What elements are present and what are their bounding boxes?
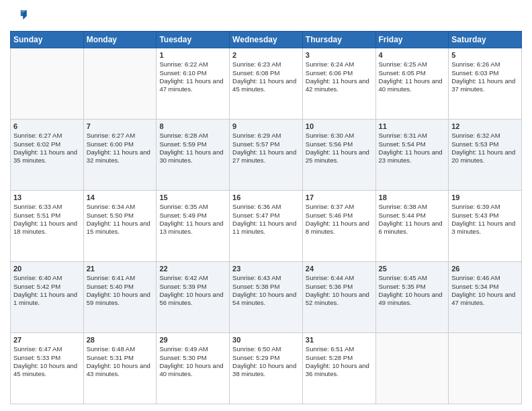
calendar-cell xyxy=(83,48,157,120)
day-info: Sunrise: 6:33 AM xyxy=(13,203,81,211)
calendar-cell: 11Sunrise: 6:31 AMSunset: 5:54 PMDayligh… xyxy=(375,120,449,191)
day-info: Sunset: 5:42 PM xyxy=(13,283,81,291)
day-header-saturday: Saturday xyxy=(449,32,522,48)
day-info: Sunset: 6:00 PM xyxy=(87,140,154,148)
calendar-cell: 3Sunrise: 6:24 AMSunset: 6:06 PMDaylight… xyxy=(302,48,375,120)
day-info: Daylight: 11 hours and 23 minutes. xyxy=(379,148,446,165)
day-info: Daylight: 11 hours and 15 minutes. xyxy=(87,220,154,236)
day-info: Sunrise: 6:27 AM xyxy=(13,132,81,140)
day-info: Sunrise: 6:45 AM xyxy=(379,274,446,282)
logo xyxy=(10,7,32,26)
calendar-cell: 21Sunrise: 6:41 AMSunset: 5:40 PMDayligh… xyxy=(83,262,157,333)
calendar-cell: 27Sunrise: 6:47 AMSunset: 5:33 PMDayligh… xyxy=(11,333,84,404)
day-info: Sunrise: 6:25 AM xyxy=(379,60,446,68)
day-header-monday: Monday xyxy=(83,32,157,48)
day-info: Daylight: 11 hours and 40 minutes. xyxy=(379,77,446,94)
day-info: Sunset: 6:10 PM xyxy=(159,69,226,77)
day-info: Sunrise: 6:39 AM xyxy=(451,203,519,211)
day-info: Daylight: 11 hours and 1 minute. xyxy=(13,291,81,308)
day-number: 7 xyxy=(87,122,154,131)
day-info: Sunset: 5:54 PM xyxy=(379,140,446,148)
calendar-cell: 16Sunrise: 6:36 AMSunset: 5:47 PMDayligh… xyxy=(230,191,303,262)
day-info: Sunrise: 6:29 AM xyxy=(232,132,300,140)
calendar-cell xyxy=(449,333,522,404)
calendar-cell: 20Sunrise: 6:40 AMSunset: 5:42 PMDayligh… xyxy=(11,262,84,333)
day-info: Daylight: 11 hours and 25 minutes. xyxy=(306,148,373,165)
day-info: Daylight: 11 hours and 32 minutes. xyxy=(87,148,154,165)
day-info: Sunrise: 6:35 AM xyxy=(159,203,226,211)
calendar-cell: 10Sunrise: 6:30 AMSunset: 5:56 PMDayligh… xyxy=(302,120,375,191)
day-info: Sunset: 5:47 PM xyxy=(232,212,300,220)
day-info: Sunrise: 6:51 AM xyxy=(306,345,373,353)
day-number: 16 xyxy=(232,193,300,202)
day-info: Sunrise: 6:32 AM xyxy=(451,132,519,140)
calendar-cell: 13Sunrise: 6:33 AMSunset: 5:51 PMDayligh… xyxy=(11,191,84,262)
day-number: 10 xyxy=(306,122,373,131)
day-number: 27 xyxy=(13,335,81,345)
day-number: 17 xyxy=(306,193,373,202)
day-header-sunday: Sunday xyxy=(11,32,84,48)
day-number: 29 xyxy=(159,335,226,345)
day-header-friday: Friday xyxy=(375,32,449,48)
day-number: 31 xyxy=(306,335,373,345)
day-info: Sunrise: 6:38 AM xyxy=(379,203,446,211)
day-info: Sunrise: 6:31 AM xyxy=(379,132,446,140)
calendar-cell: 22Sunrise: 6:42 AMSunset: 5:39 PMDayligh… xyxy=(157,262,230,333)
calendar-cell: 9Sunrise: 6:29 AMSunset: 5:57 PMDaylight… xyxy=(230,120,303,191)
day-info: Sunrise: 6:28 AM xyxy=(159,132,226,140)
day-info: Sunset: 5:49 PM xyxy=(159,212,226,220)
day-info: Sunset: 5:35 PM xyxy=(379,283,446,291)
day-header-wednesday: Wednesday xyxy=(230,32,303,48)
calendar-cell: 31Sunrise: 6:51 AMSunset: 5:28 PMDayligh… xyxy=(302,333,375,404)
day-info: Sunset: 5:38 PM xyxy=(232,283,300,291)
calendar-cell: 25Sunrise: 6:45 AMSunset: 5:35 PMDayligh… xyxy=(375,262,449,333)
calendar-cell: 5Sunrise: 6:26 AMSunset: 6:03 PMDaylight… xyxy=(449,48,522,120)
day-info: Daylight: 10 hours and 52 minutes. xyxy=(306,291,373,308)
day-info: Daylight: 10 hours and 38 minutes. xyxy=(232,362,300,379)
day-info: Daylight: 11 hours and 37 minutes. xyxy=(451,77,519,94)
day-info: Sunset: 6:06 PM xyxy=(306,69,373,77)
day-info: Sunset: 5:31 PM xyxy=(87,354,154,362)
calendar-cell: 19Sunrise: 6:39 AMSunset: 5:43 PMDayligh… xyxy=(449,191,522,262)
day-info: Daylight: 10 hours and 40 minutes. xyxy=(159,362,226,379)
day-info: Daylight: 10 hours and 43 minutes. xyxy=(87,362,154,379)
day-number: 25 xyxy=(379,264,446,273)
day-info: Sunrise: 6:36 AM xyxy=(232,203,300,211)
calendar-cell: 2Sunrise: 6:23 AMSunset: 6:08 PMDaylight… xyxy=(230,48,303,120)
day-info: Daylight: 11 hours and 6 minutes. xyxy=(379,220,446,236)
calendar-cell: 1Sunrise: 6:22 AMSunset: 6:10 PMDaylight… xyxy=(157,48,230,120)
calendar-cell: 12Sunrise: 6:32 AMSunset: 5:53 PMDayligh… xyxy=(449,120,522,191)
calendar-cell: 18Sunrise: 6:38 AMSunset: 5:44 PMDayligh… xyxy=(375,191,449,262)
day-info: Daylight: 10 hours and 36 minutes. xyxy=(306,362,373,379)
day-info: Sunset: 5:51 PM xyxy=(13,212,81,220)
day-info: Sunset: 5:39 PM xyxy=(159,283,226,291)
day-info: Sunrise: 6:23 AM xyxy=(232,60,300,68)
day-info: Sunrise: 6:47 AM xyxy=(13,345,81,353)
calendar-header-row: SundayMondayTuesdayWednesdayThursdayFrid… xyxy=(11,32,522,48)
day-info: Daylight: 10 hours and 47 minutes. xyxy=(451,291,519,308)
day-number: 19 xyxy=(451,193,519,202)
day-info: Sunset: 5:33 PM xyxy=(13,354,81,362)
day-number: 2 xyxy=(232,50,300,60)
calendar-cell: 30Sunrise: 6:50 AMSunset: 5:29 PMDayligh… xyxy=(230,333,303,404)
calendar-week-row: 6Sunrise: 6:27 AMSunset: 6:02 PMDaylight… xyxy=(11,120,522,191)
day-info: Sunset: 5:36 PM xyxy=(306,283,373,291)
calendar-cell: 24Sunrise: 6:44 AMSunset: 5:36 PMDayligh… xyxy=(302,262,375,333)
day-number: 30 xyxy=(232,335,300,345)
day-info: Sunrise: 6:44 AM xyxy=(306,274,373,282)
day-number: 5 xyxy=(451,50,519,60)
day-info: Sunrise: 6:30 AM xyxy=(306,132,373,140)
day-number: 22 xyxy=(159,264,226,273)
calendar-cell: 23Sunrise: 6:43 AMSunset: 5:38 PMDayligh… xyxy=(230,262,303,333)
day-info: Sunset: 5:57 PM xyxy=(232,140,300,148)
calendar-cell: 26Sunrise: 6:46 AMSunset: 5:34 PMDayligh… xyxy=(449,262,522,333)
day-info: Sunset: 6:02 PM xyxy=(13,140,81,148)
day-info: Daylight: 11 hours and 30 minutes. xyxy=(159,148,226,165)
day-info: Sunset: 5:40 PM xyxy=(87,283,154,291)
calendar-week-row: 27Sunrise: 6:47 AMSunset: 5:33 PMDayligh… xyxy=(11,333,522,404)
day-info: Daylight: 11 hours and 3 minutes. xyxy=(451,220,519,236)
day-info: Sunrise: 6:46 AM xyxy=(451,274,519,282)
calendar-week-row: 1Sunrise: 6:22 AMSunset: 6:10 PMDaylight… xyxy=(11,48,522,120)
logo-icon xyxy=(10,7,29,26)
day-info: Sunset: 5:29 PM xyxy=(232,354,300,362)
